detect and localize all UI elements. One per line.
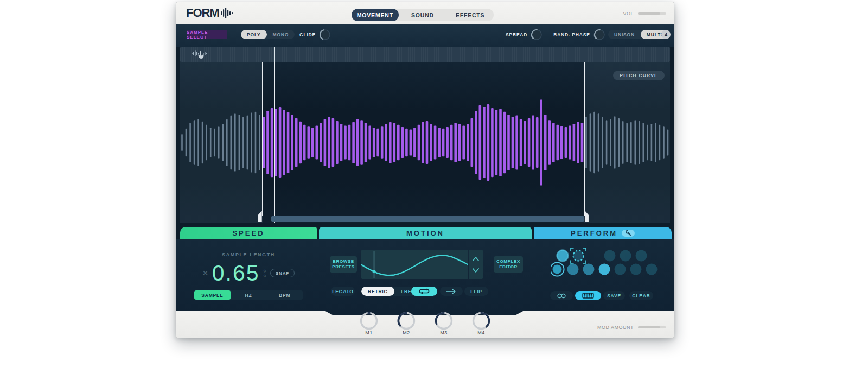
keyboard-mode-button[interactable] bbox=[575, 291, 601, 300]
logo-waveform-icon bbox=[220, 7, 234, 20]
arrow-right-icon bbox=[446, 289, 457, 294]
macro-label: M3 bbox=[440, 330, 448, 335]
macro-knob-m4[interactable]: M4 bbox=[462, 311, 500, 338]
loop-mode-button[interactable] bbox=[411, 287, 437, 296]
chevron-down-icon[interactable] bbox=[473, 268, 479, 273]
wave-playhead[interactable] bbox=[274, 62, 275, 223]
spread-knob[interactable] bbox=[531, 29, 542, 41]
snapshot-slot[interactable] bbox=[551, 263, 564, 276]
stepper-down-icon[interactable]: ◇ bbox=[264, 274, 266, 277]
keyboard-icon bbox=[582, 293, 594, 299]
selection-start-handle[interactable] bbox=[262, 62, 263, 216]
pitch-curve-button[interactable]: PITCH CURVE bbox=[613, 71, 665, 80]
tab-sound[interactable]: SOUND bbox=[399, 9, 446, 21]
waveform-bars bbox=[180, 62, 670, 223]
snapshot-slot[interactable] bbox=[646, 264, 658, 275]
mod-amount-slider[interactable] bbox=[638, 326, 666, 328]
motion-curve bbox=[361, 250, 468, 279]
wave-zoom-scrollbar[interactable] bbox=[271, 216, 584, 222]
loop-icon bbox=[419, 288, 430, 294]
mod-amount-label: MOD AMOUNT bbox=[597, 325, 634, 330]
snapshot-slot[interactable] bbox=[557, 250, 569, 262]
plugin-window: FORM MOVEMENT SOUND EFFECTS VOL bbox=[176, 2, 674, 338]
link-button[interactable] bbox=[550, 291, 573, 300]
sample-overview-strip[interactable] bbox=[180, 47, 670, 62]
sample-length-value[interactable]: 0.65 bbox=[212, 261, 260, 286]
complex-editor-button[interactable]: COMPLEX EDITOR bbox=[494, 256, 523, 273]
snap-button[interactable]: SNAP bbox=[270, 269, 295, 277]
value-stepper[interactable]: ◇ ◇ bbox=[264, 269, 266, 277]
wrench-icon bbox=[625, 230, 631, 236]
stepper-up-icon[interactable]: ◇ bbox=[264, 269, 266, 273]
snapshot-slot[interactable] bbox=[615, 264, 626, 275]
clear-button[interactable]: CLEAR bbox=[629, 291, 653, 300]
oneshot-mode-button[interactable] bbox=[440, 287, 463, 296]
unison-button[interactable]: UNISON bbox=[608, 30, 641, 39]
sample-select-button[interactable]: SAMPLE SELECT bbox=[187, 30, 227, 39]
snapshot-slot[interactable] bbox=[620, 250, 631, 262]
glide-knob[interactable] bbox=[319, 29, 331, 41]
spread-label: SPREAD bbox=[506, 32, 527, 37]
snapshot-slot[interactable] bbox=[636, 250, 647, 262]
macro-label: M1 bbox=[365, 330, 373, 335]
waveform-display[interactable]: PITCH CURVE bbox=[180, 62, 670, 223]
section-tab-motion[interactable]: MOTION bbox=[319, 227, 532, 239]
mode-sample-button[interactable]: SAMPLE bbox=[194, 290, 231, 300]
main-tab-bar: MOVEMENT SOUND EFFECTS bbox=[352, 9, 494, 21]
section-tab-perform[interactable]: PERFORM bbox=[534, 227, 672, 239]
vol-slider[interactable] bbox=[638, 12, 666, 15]
mode-bpm-button[interactable]: BPM bbox=[266, 290, 303, 300]
macro-knob-m2[interactable]: M2 bbox=[387, 311, 425, 338]
header-bar: FORM MOVEMENT SOUND EFFECTS VOL bbox=[176, 2, 674, 24]
chevron-up-icon[interactable] bbox=[473, 257, 479, 261]
snapshot-slot[interactable] bbox=[599, 264, 610, 275]
rand-phase-label: RAND. PHASE bbox=[553, 32, 590, 37]
snapshot-slot[interactable] bbox=[604, 250, 616, 262]
voices-count-badge[interactable]: 4 bbox=[661, 30, 671, 39]
overview-playhead[interactable] bbox=[274, 47, 275, 62]
preset-stepper bbox=[469, 250, 483, 279]
drag-sample-hand-icon bbox=[191, 49, 209, 61]
poly-button[interactable]: POLY bbox=[241, 30, 267, 39]
mode-hz-button[interactable]: HZ bbox=[231, 290, 267, 300]
snapshot-grid[interactable] bbox=[551, 248, 668, 282]
save-button[interactable]: SAVE bbox=[603, 291, 625, 300]
legato-button[interactable]: LEGATO bbox=[331, 287, 355, 296]
macro-label: M2 bbox=[403, 330, 410, 335]
macro-knob-m1[interactable]: M1 bbox=[350, 311, 388, 338]
perform-tab-label: PERFORM bbox=[571, 229, 617, 237]
snapshot-slot[interactable] bbox=[630, 264, 642, 275]
tab-movement[interactable]: MOVEMENT bbox=[352, 9, 399, 21]
logo-text: FORM bbox=[186, 6, 219, 20]
perform-settings-pill[interactable] bbox=[622, 230, 635, 237]
multiplier-sign: × bbox=[202, 267, 208, 279]
tab-effects[interactable]: EFFECTS bbox=[446, 9, 494, 21]
snapshot-slot[interactable] bbox=[567, 264, 579, 275]
footer-bar: M1M2M3M4 MOD AMOUNT bbox=[176, 311, 674, 338]
poly-mono-toggle: POLY MONO bbox=[241, 30, 295, 39]
app-logo: FORM bbox=[186, 6, 234, 20]
browse-presets-button[interactable]: BROWSE PRESETS bbox=[330, 256, 357, 273]
link-icon bbox=[557, 293, 566, 299]
macro-knob-m3[interactable]: M3 bbox=[425, 311, 463, 338]
rand-phase-knob[interactable] bbox=[593, 29, 605, 41]
lower-panels: SAMPLE LENGTH × 0.65 ◇ ◇ SNAP SAMPLE HZ … bbox=[176, 239, 674, 311]
macro-label: M4 bbox=[477, 330, 485, 335]
mono-button[interactable]: MONO bbox=[267, 30, 295, 39]
vol-label: VOL bbox=[623, 11, 634, 16]
snapshot-slot[interactable] bbox=[583, 264, 595, 275]
snapshot-slot[interactable] bbox=[571, 248, 586, 263]
flip-button[interactable]: FLIP bbox=[464, 287, 488, 296]
retrig-button[interactable]: RETRIG bbox=[361, 287, 394, 296]
selection-end-handle[interactable] bbox=[584, 62, 585, 216]
speed-mode-switch: SAMPLE HZ BPM bbox=[194, 290, 303, 300]
motion-curve-display[interactable] bbox=[361, 250, 468, 279]
glide-label: GLIDE bbox=[299, 32, 316, 37]
unison-multi-toggle: UNISON MULTI bbox=[608, 30, 668, 39]
section-tab-speed[interactable]: SPEED bbox=[180, 227, 317, 239]
sample-length-title: SAMPLE LENGTH bbox=[180, 252, 317, 257]
